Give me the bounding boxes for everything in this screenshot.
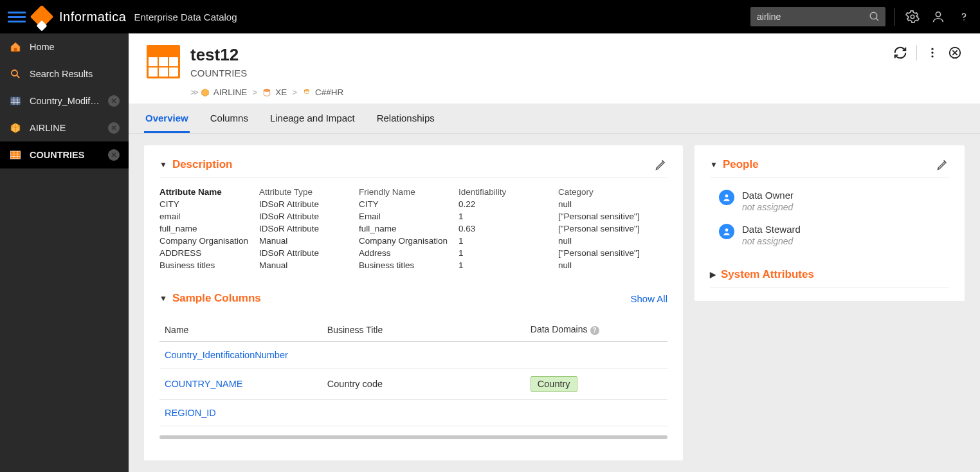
- column-link[interactable]: Country_IdentificationNumber: [165, 350, 288, 360]
- people-role: Data Steward not assigned: [719, 224, 949, 246]
- svg-point-24: [264, 89, 270, 91]
- close-icon[interactable]: ✕: [108, 122, 120, 134]
- svg-line-1: [876, 18, 878, 21]
- asset-header: test12 COUNTRIES >> AIRLINE > XE > C##HR: [129, 33, 980, 104]
- pencil-icon[interactable]: [655, 158, 667, 171]
- main-card: ▼ Description Attribute Name Attribute T…: [144, 145, 683, 460]
- schema-icon: [302, 88, 311, 97]
- cell: 1: [458, 248, 558, 258]
- sidebar-item-home[interactable]: Home: [0, 33, 129, 60]
- breadcrumb-item[interactable]: XE: [275, 87, 287, 97]
- description-table: Attribute Name Attribute Type Friendly N…: [159, 187, 667, 270]
- more-icon[interactable]: [926, 46, 939, 59]
- cell: Country: [525, 368, 667, 400]
- role-name: Data Owner: [742, 190, 794, 201]
- cell: [525, 400, 667, 426]
- cell: IDSoR Attribute: [259, 224, 359, 233]
- column-link[interactable]: REGION_ID: [165, 408, 216, 418]
- cell: Manual: [259, 236, 359, 246]
- table-row: COUNTRY_NAME Country code Country: [159, 368, 667, 400]
- cell: [525, 342, 667, 368]
- col-header: Data Domains?: [525, 318, 667, 342]
- gear-icon[interactable]: [904, 8, 921, 25]
- cell: 1: [458, 236, 558, 246]
- horizontal-scrollbar[interactable]: [159, 435, 667, 439]
- cell: full_name: [159, 224, 259, 233]
- cell: 0.22: [458, 199, 558, 209]
- sidebar-item-country-modified[interactable]: Country_Modified ✕: [0, 87, 129, 114]
- cell: full_name: [359, 224, 458, 233]
- divider: [916, 45, 917, 60]
- svg-point-27: [725, 228, 729, 231]
- pencil-icon[interactable]: [936, 158, 949, 171]
- section-description-header[interactable]: ▼ Description: [159, 158, 667, 178]
- close-icon[interactable]: [948, 46, 962, 60]
- sidebar-item-countries[interactable]: COUNTRIES ✕: [0, 141, 129, 168]
- cell: Manual: [259, 260, 359, 270]
- sidebar-item-label: COUNTRIES: [30, 150, 100, 160]
- section-title: System Attributes: [721, 268, 814, 281]
- sample-columns-table: Name Business Title Data Domains? Countr…: [159, 318, 667, 426]
- column-link[interactable]: COUNTRY_NAME: [165, 379, 242, 389]
- cell: CITY: [359, 199, 458, 209]
- database-icon: [262, 88, 271, 97]
- svg-line-7: [17, 75, 19, 78]
- collapse-icon: ▼: [710, 160, 718, 169]
- tab-columns[interactable]: Columns: [209, 104, 250, 133]
- svg-point-4: [963, 19, 965, 21]
- hamburger-menu-icon[interactable]: [8, 8, 26, 26]
- breadcrumb-item[interactable]: C##HR: [315, 87, 343, 97]
- expand-icon: ▶: [710, 270, 716, 279]
- cell: Company Organisation: [359, 236, 458, 246]
- cell: null: [558, 236, 642, 246]
- avatar-icon: [719, 224, 734, 239]
- data-domain-badge[interactable]: Country: [531, 376, 577, 392]
- show-all-link[interactable]: Show All: [630, 293, 667, 304]
- svg-point-3: [936, 12, 940, 17]
- cell: null: [558, 260, 642, 270]
- sidebar-item-label: Home: [30, 42, 120, 52]
- cell: Business titles: [159, 260, 259, 270]
- col-header: Category: [558, 187, 642, 197]
- tab-lineage[interactable]: Lineage and Impact: [269, 104, 356, 133]
- sidebar-item-search-results[interactable]: Search Results: [0, 60, 129, 87]
- asset-title: test12: [190, 45, 247, 65]
- cell: ["Personal sensitive"]: [558, 212, 642, 221]
- search-icon[interactable]: [869, 11, 880, 23]
- user-icon[interactable]: [930, 8, 947, 25]
- cell: 1: [458, 260, 558, 270]
- col-header: Attribute Name: [159, 187, 259, 197]
- tab-relationships[interactable]: Relationships: [376, 104, 436, 133]
- svg-point-0: [870, 12, 877, 19]
- tab-overview[interactable]: Overview: [144, 104, 190, 133]
- svg-point-26: [725, 194, 729, 197]
- cell: Email: [359, 212, 458, 221]
- section-system-attributes-header[interactable]: ▶ System Attributes: [710, 268, 949, 288]
- help-icon[interactable]: [956, 8, 972, 25]
- product-name: Enterprise Data Catalog: [134, 12, 237, 23]
- svg-point-18: [931, 48, 933, 50]
- asset-table-icon: [147, 45, 180, 78]
- topbar: Informatica Enterprise Data Catalog: [0, 0, 980, 33]
- search-input[interactable]: [750, 7, 885, 26]
- table-row: Country_IdentificationNumber: [159, 342, 667, 368]
- breadcrumb-item[interactable]: AIRLINE: [213, 87, 248, 97]
- cell: IDSoR Attribute: [259, 212, 359, 221]
- sidebar-item-airline[interactable]: AIRLINE ✕: [0, 114, 129, 141]
- close-icon[interactable]: ✕: [108, 95, 120, 107]
- collapse-icon: ▼: [159, 294, 167, 303]
- breadcrumb: >> AIRLINE > XE > C##HR: [190, 87, 962, 97]
- section-sample-columns-header[interactable]: ▼ Sample Columns Show All: [159, 292, 667, 311]
- table-icon: [9, 149, 22, 161]
- search-icon: [9, 68, 22, 80]
- global-search: [750, 7, 885, 26]
- refresh-icon[interactable]: [893, 46, 907, 60]
- cell: [322, 400, 525, 426]
- cell: Country code: [322, 368, 525, 400]
- col-header: Name: [159, 318, 322, 342]
- section-people-header[interactable]: ▼ People: [710, 158, 949, 178]
- cell: ["Personal sensitive"]: [558, 224, 642, 233]
- help-icon[interactable]: ?: [590, 326, 599, 335]
- close-icon[interactable]: ✕: [108, 149, 120, 161]
- cell: Company Organisation: [159, 236, 259, 246]
